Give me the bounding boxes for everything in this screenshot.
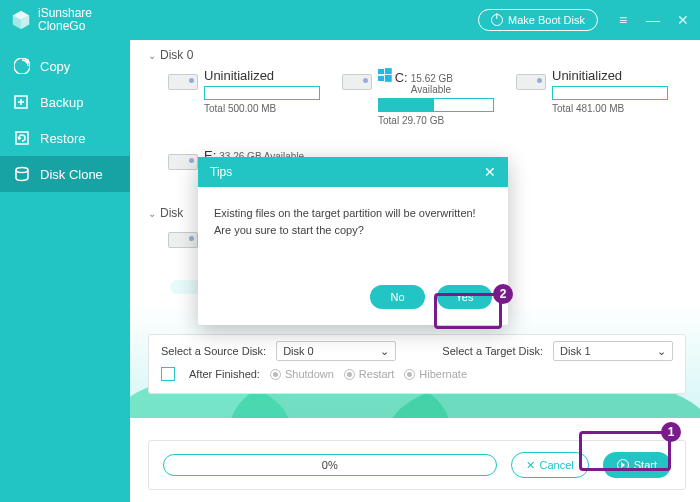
product-name-2: CloneGo xyxy=(38,20,92,33)
dialog-yes-button[interactable]: Yes xyxy=(437,285,492,309)
sidebar-item-disk-clone[interactable]: Disk Clone xyxy=(0,156,130,192)
disk-name: Disk 0 xyxy=(160,48,193,62)
partition-total: Total 481.00 MB xyxy=(552,103,668,114)
partition-bar xyxy=(378,98,494,112)
power-icon xyxy=(491,14,503,26)
progress-bar: 0% xyxy=(163,454,497,476)
svg-rect-6 xyxy=(385,75,392,82)
start-label: Start xyxy=(634,459,657,471)
minimize-icon[interactable]: — xyxy=(646,13,660,27)
radio-icon xyxy=(344,369,355,380)
source-disk-value: Disk 0 xyxy=(283,345,314,357)
sidebar-item-label: Disk Clone xyxy=(40,167,103,182)
chevron-down-icon: ⌄ xyxy=(148,50,156,61)
play-icon xyxy=(617,459,629,471)
disk-clone-icon xyxy=(14,166,30,182)
drive-icon xyxy=(342,74,372,90)
partition-label: C: xyxy=(395,70,408,85)
sidebar: Copy Backup Restore Disk Clone xyxy=(0,40,130,502)
radio-shutdown[interactable]: Shutdown xyxy=(270,368,334,380)
partition-available: 15.62 GB Available xyxy=(411,73,494,95)
partition[interactable]: Uninitialized Total 500.00 MB xyxy=(168,68,320,126)
svg-rect-5 xyxy=(378,76,384,81)
source-disk-select[interactable]: Disk 0 ⌄ xyxy=(276,341,396,361)
svg-rect-4 xyxy=(385,68,392,74)
target-disk-value: Disk 1 xyxy=(560,345,591,357)
logo-icon xyxy=(10,9,32,31)
svg-point-2 xyxy=(16,168,28,173)
backup-icon xyxy=(14,94,30,110)
start-button[interactable]: Start xyxy=(603,452,671,478)
partition-label: Uninitialized xyxy=(204,68,274,83)
sidebar-item-copy[interactable]: Copy xyxy=(0,48,130,84)
cancel-button[interactable]: ✕ Cancel xyxy=(511,452,589,478)
footer-panel: 0% ✕ Cancel Start xyxy=(148,440,686,490)
copy-icon xyxy=(14,58,30,74)
dialog-close-icon[interactable]: ✕ xyxy=(484,164,496,180)
partition-label: Uninitialized xyxy=(552,68,622,83)
disk-group-head[interactable]: ⌄ Disk 0 xyxy=(148,48,686,62)
radio-restart[interactable]: Restart xyxy=(344,368,394,380)
progress-value: 0% xyxy=(322,459,338,471)
drive-icon xyxy=(168,232,198,248)
radio-hibernate[interactable]: Hibernate xyxy=(404,368,467,380)
partition-bar xyxy=(552,86,668,100)
partition-total: Total 29.70 GB xyxy=(378,115,494,126)
drive-icon xyxy=(168,74,198,90)
radio-icon xyxy=(404,369,415,380)
dialog-header: Tips ✕ xyxy=(198,157,508,187)
windows-icon xyxy=(378,68,392,82)
chevron-down-icon: ⌄ xyxy=(148,208,156,219)
chevron-down-icon: ⌄ xyxy=(380,345,389,358)
chevron-down-icon: ⌄ xyxy=(657,345,666,358)
partition-total: Total 500.00 MB xyxy=(204,103,320,114)
make-boot-label: Make Boot Disk xyxy=(508,14,585,26)
restore-icon xyxy=(14,130,30,146)
drive-icon xyxy=(516,74,546,90)
target-disk-label: Select a Target Disk: xyxy=(442,345,543,357)
app-logo: iSunshare CloneGo xyxy=(10,7,92,33)
radio-icon xyxy=(270,369,281,380)
dialog-title: Tips xyxy=(210,165,232,179)
cancel-label: Cancel xyxy=(540,459,574,471)
dialog-message: Existing files on the target partition w… xyxy=(198,187,508,277)
sidebar-item-label: Copy xyxy=(40,59,70,74)
after-finished-checkbox[interactable] xyxy=(161,367,175,381)
close-icon: ✕ xyxy=(526,459,535,472)
selection-panel: Select a Source Disk: Disk 0 ⌄ Select a … xyxy=(148,334,686,394)
annotation-badge-2: 2 xyxy=(493,284,513,304)
tips-dialog: Tips ✕ Existing files on the target part… xyxy=(198,157,508,325)
close-icon[interactable]: ✕ xyxy=(676,13,690,27)
source-disk-label: Select a Source Disk: xyxy=(161,345,266,357)
title-bar: iSunshare CloneGo Make Boot Disk ≡ — ✕ xyxy=(0,0,700,40)
annotation-badge-1: 1 xyxy=(661,422,681,442)
menu-icon[interactable]: ≡ xyxy=(616,13,630,27)
target-disk-select[interactable]: Disk 1 ⌄ xyxy=(553,341,673,361)
drive-icon xyxy=(168,154,198,170)
sidebar-item-restore[interactable]: Restore xyxy=(0,120,130,156)
partition-bar xyxy=(204,86,320,100)
sidebar-item-label: Backup xyxy=(40,95,83,110)
sidebar-item-backup[interactable]: Backup xyxy=(0,84,130,120)
after-finished-label: After Finished: xyxy=(189,368,260,380)
sidebar-item-label: Restore xyxy=(40,131,86,146)
partition[interactable]: C: 15.62 GB Available Total 29.70 GB xyxy=(342,68,494,126)
partition[interactable]: Uninitialized Total 481.00 MB xyxy=(516,68,668,126)
make-boot-disk-button[interactable]: Make Boot Disk xyxy=(478,9,598,31)
svg-rect-3 xyxy=(378,69,384,74)
dialog-no-button[interactable]: No xyxy=(370,285,425,309)
disk-name: Disk xyxy=(160,206,183,220)
